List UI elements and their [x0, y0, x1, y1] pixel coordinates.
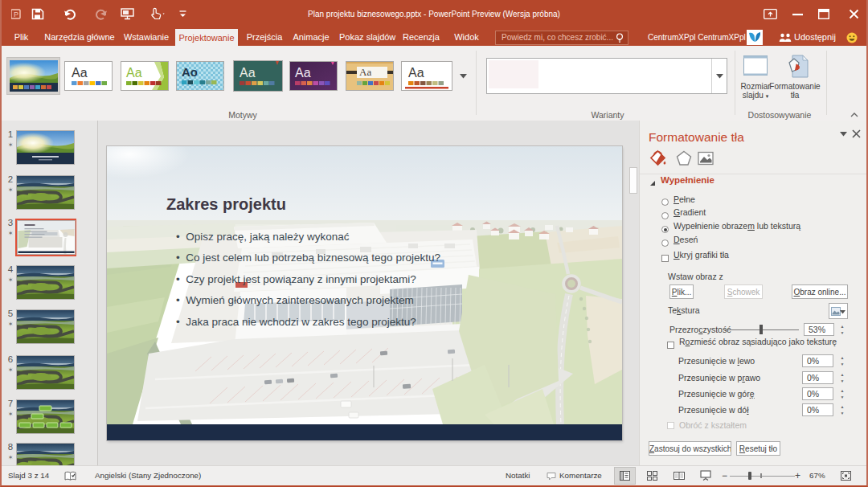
- svg-text:Aa: Aa: [126, 66, 142, 80]
- svg-text:Aa: Aa: [359, 66, 371, 78]
- svg-text:Aa: Aa: [408, 66, 424, 80]
- svg-text:Aa: Aa: [72, 66, 88, 80]
- svg-text:Aa: Aa: [240, 66, 256, 80]
- svg-text:Ao: Ao: [182, 65, 198, 79]
- svg-text:P: P: [14, 10, 18, 18]
- svg-text:Aa: Aa: [295, 66, 311, 80]
